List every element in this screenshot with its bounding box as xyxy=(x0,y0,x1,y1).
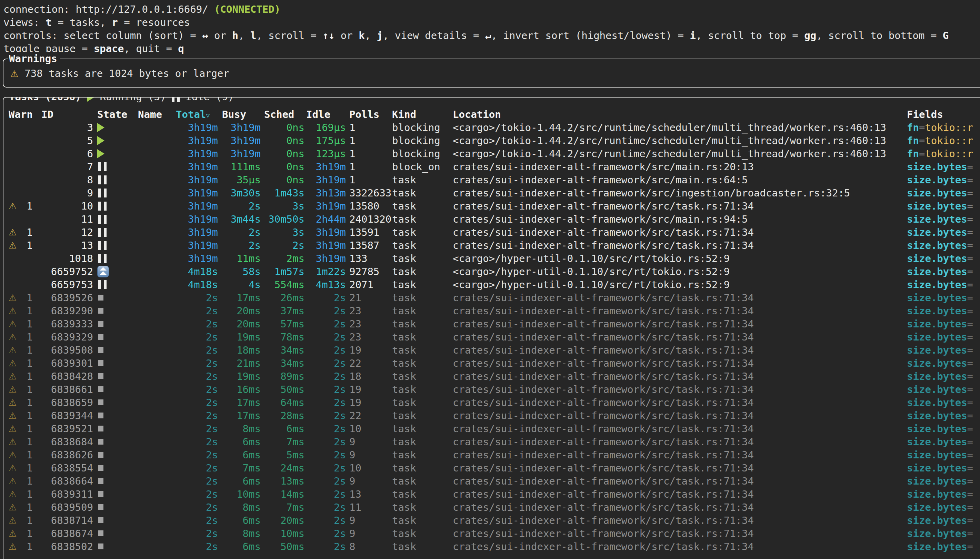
polls-cell: 2401320 xyxy=(349,213,391,226)
column-header-name[interactable]: Name xyxy=(138,108,162,121)
task-row[interactable]: ⚠168386742s8ms10ms2s9taskcrates/sui-inde… xyxy=(3,527,980,540)
state-cell xyxy=(97,278,132,291)
tasks-panel: Tasks (2056) Running (3) Idle (9) Warn I… xyxy=(3,97,980,559)
column-header-sched[interactable]: Sched xyxy=(264,108,305,121)
task-row[interactable]: ⚠168395092s8ms7ms2s11taskcrates/sui-inde… xyxy=(3,501,980,514)
task-row[interactable]: ⚠168393112s10ms14ms2s13taskcrates/sui-in… xyxy=(3,488,980,501)
state-done-icon xyxy=(98,439,103,445)
paused-icon xyxy=(172,97,180,102)
state-done-icon xyxy=(98,478,103,484)
task-row[interactable]: 53h19m3h19m0ns175µs1blocking<cargo>/toki… xyxy=(3,134,980,147)
task-row[interactable]: 63h19m3h19m0ns123µs1blocking<cargo>/toki… xyxy=(3,147,980,160)
task-row[interactable]: ⚠168395212s8ms6ms2s10taskcrates/sui-inde… xyxy=(3,422,980,435)
busy-cell: 2s xyxy=(222,239,261,252)
field-key: size.bytes xyxy=(907,227,967,238)
fields-cell: size.bytes= xyxy=(907,475,980,488)
field-equals: = xyxy=(967,514,973,526)
busy-cell: 111ms xyxy=(222,160,261,174)
task-row[interactable]: 33h19m3h19m0ns169µs1blocking<cargo>/toki… xyxy=(3,121,980,134)
task-row[interactable]: 66597524m18s58s1m57s1m22s92785task<cargo… xyxy=(3,265,980,278)
column-header-state[interactable]: State xyxy=(97,108,132,121)
location-cell: crates/sui-indexer-alt-framework/src/mai… xyxy=(453,174,911,187)
fields-cell: size.bytes= xyxy=(907,318,980,331)
total-cell: 2s xyxy=(176,291,218,304)
task-row[interactable]: ⚠1123h19m2s3s3h19m13591taskcrates/sui-in… xyxy=(3,226,980,239)
field-equals: = xyxy=(967,200,973,212)
column-header-polls[interactable]: Polls xyxy=(349,108,391,121)
task-row[interactable]: ⚠1133h19m2s2s3h19m13587taskcrates/sui-in… xyxy=(3,239,980,252)
task-row[interactable]: ⚠168384282s19ms89ms2s18taskcrates/sui-in… xyxy=(3,370,980,383)
task-row[interactable]: ⚠168386612s16ms50ms2s19taskcrates/sui-in… xyxy=(3,383,980,396)
task-row[interactable]: ⚠168386592s17ms64ms2s19taskcrates/sui-in… xyxy=(3,396,980,409)
fields-cell: size.bytes= xyxy=(907,239,980,252)
column-header-total-sorted[interactable]: Total▿ xyxy=(176,108,218,121)
column-header-location[interactable]: Location xyxy=(453,108,911,121)
task-row[interactable]: ⚠168393442s17ms28ms2s22taskcrates/sui-in… xyxy=(3,409,980,422)
task-row[interactable]: 83h19m35µs0ns3h19m1taskcrates/sui-indexe… xyxy=(3,174,980,187)
polls-cell: 3322633 xyxy=(349,187,391,200)
task-row[interactable]: 93h19m3m30s1m43s3h13m3322633taskcrates/s… xyxy=(3,187,980,200)
task-row[interactable]: ⚠168393012s21ms34ms2s22taskcrates/sui-in… xyxy=(3,357,980,370)
task-row[interactable]: ⚠1103h19m2s3s3h19m13580taskcrates/sui-in… xyxy=(3,200,980,213)
location-cell: crates/sui-indexer-alt-framework/src/tas… xyxy=(453,239,911,252)
idle-cell: 3h13m xyxy=(306,187,346,200)
state-idle-icon xyxy=(98,189,106,197)
fields-cell: size.bytes= xyxy=(907,435,980,448)
location-cell: crates/sui-indexer-alt-framework/src/tas… xyxy=(453,344,911,357)
field-value: tokio::r xyxy=(925,122,973,133)
task-row[interactable]: ⚠168395082s18ms34ms2s19taskcrates/sui-in… xyxy=(3,344,980,357)
fields-cell: size.bytes= xyxy=(907,514,980,527)
sched-cell: 1m43s xyxy=(264,187,305,200)
task-row[interactable]: ⚠168385022s6ms50ms2s8taskcrates/sui-inde… xyxy=(3,540,980,553)
task-row[interactable]: ⚠168386642s6ms13ms2s9taskcrates/sui-inde… xyxy=(3,475,980,488)
column-header-kind[interactable]: Kind xyxy=(392,108,451,121)
total-cell: 4m18s xyxy=(176,265,218,278)
text-segment: Idle (9) xyxy=(180,97,234,103)
field-equals: = xyxy=(967,370,973,382)
total-cell: 2s xyxy=(176,475,218,488)
state-cell xyxy=(97,134,132,147)
column-header-id[interactable]: ID xyxy=(41,108,93,121)
task-row[interactable]: ⚠168387142s6ms20ms2s9taskcrates/sui-inde… xyxy=(3,514,980,527)
task-row[interactable]: 113h19m3m44s30m50s2h44m2401320taskcrates… xyxy=(3,213,980,226)
field-equals: = xyxy=(967,266,973,278)
field-key: size.bytes xyxy=(907,501,967,513)
text-segment: connection: xyxy=(3,3,76,15)
column-header-fields[interactable]: Fields xyxy=(907,108,980,121)
kind-cell: task xyxy=(392,174,451,187)
field-equals: = xyxy=(967,397,973,408)
field-key: size.bytes xyxy=(907,344,967,356)
warning-triangle-icon: ⚠ xyxy=(8,304,17,318)
location-cell: crates/sui-indexer-alt-framework/src/mai… xyxy=(453,213,911,226)
location-cell: crates/sui-indexer-alt-framework/src/tas… xyxy=(453,540,911,553)
column-header-idle[interactable]: Idle xyxy=(306,108,346,121)
column-header-warn[interactable]: Warn xyxy=(8,108,40,121)
field-equals: = xyxy=(967,227,973,238)
total-cell: 2s xyxy=(176,383,218,396)
task-id: 8 xyxy=(41,174,93,187)
idle-cell: 3h19m xyxy=(306,252,346,265)
fields-cell: size.bytes= xyxy=(907,226,980,239)
task-row[interactable]: ⚠168386842s6ms7ms2s9taskcrates/sui-index… xyxy=(3,435,980,448)
idle-cell: 2s xyxy=(306,422,346,435)
task-row[interactable]: ⚠168395262s17ms26ms2s21taskcrates/sui-in… xyxy=(3,291,980,304)
warning-triangle-icon: ⚠ xyxy=(8,383,17,396)
task-row[interactable]: ⚠168386262s6ms5ms2s9taskcrates/sui-index… xyxy=(3,448,980,461)
sched-cell: 554ms xyxy=(264,278,305,291)
task-row[interactable]: ⚠168393292s19ms78ms2s23taskcrates/sui-in… xyxy=(3,331,980,344)
task-row[interactable]: 66597534m18s4s554ms4m13s2071task<cargo>/… xyxy=(3,278,980,291)
task-id: 11 xyxy=(41,213,93,226)
task-row[interactable]: 10183h19m11ms2ms3h19m133task<cargo>/hype… xyxy=(3,252,980,265)
task-row[interactable]: ⚠168393332s20ms57ms2s23taskcrates/sui-in… xyxy=(3,318,980,331)
task-row[interactable]: ⚠168392902s20ms37ms2s23taskcrates/sui-in… xyxy=(3,304,980,318)
column-header-busy[interactable]: Busy xyxy=(222,108,261,121)
total-cell: 2s xyxy=(176,370,218,383)
kind-cell: task xyxy=(392,187,451,200)
task-row[interactable]: 73h19m111ms0ns3h19m1block_oncrates/sui-i… xyxy=(3,160,980,174)
text-segment: Running (3) xyxy=(94,97,172,103)
text-segment: i xyxy=(690,30,696,41)
task-row[interactable]: ⚠168385542s7ms24ms2s10taskcrates/sui-ind… xyxy=(3,461,980,475)
warn-count: 1 xyxy=(26,514,32,527)
sched-cell: 0ns xyxy=(264,160,305,174)
warning-triangle-icon: ⚠ xyxy=(8,488,17,501)
